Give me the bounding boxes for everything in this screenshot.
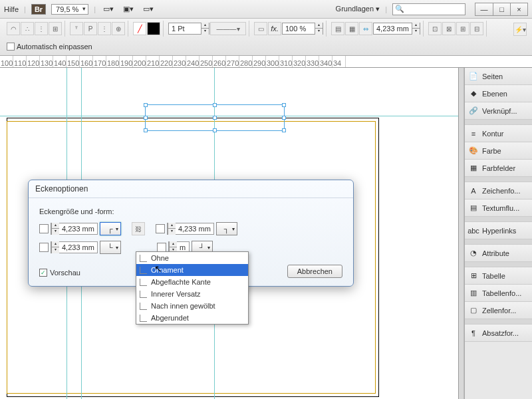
tool-icon[interactable]: ⋮	[35, 22, 48, 35]
panel-item[interactable]: AZeichenfo...	[465, 182, 532, 200]
corner-size-label: Eckengröße und -form:	[39, 207, 342, 215]
panel-item[interactable]: 🎨Farbe	[465, 142, 532, 160]
corner-tl-shape-dropdown[interactable]: ┌	[100, 222, 121, 235]
panel-label: Farbfelder	[482, 164, 515, 172]
align-icon[interactable]: ▤	[331, 22, 344, 35]
dropdown-item[interactable]: Innerer Versatz	[136, 288, 248, 300]
preview-checkbox[interactable]: ✓Vorschau	[39, 269, 80, 277]
dropdown-item[interactable]: Abgerundet	[136, 312, 248, 324]
panel-item[interactable]: 📄Seiten	[465, 68, 532, 85]
panel-item[interactable]: ⊞Tabelle	[465, 267, 532, 285]
frame-icon[interactable]: ⊟	[470, 22, 483, 35]
close-button[interactable]: ×	[510, 3, 527, 15]
corner-bl-input[interactable]: ▴▾4,233 mm	[51, 241, 98, 253]
ruler-tick: 250	[200, 56, 213, 67]
minimize-button[interactable]: —	[475, 3, 493, 15]
panel-item[interactable]: ◔Attribute	[465, 245, 532, 262]
ruler-tick: 310	[279, 56, 293, 67]
panel-grip[interactable]	[459, 68, 464, 399]
stroke-style-dropdown[interactable]: ———▾	[210, 22, 246, 35]
fx-icon[interactable]: ▭	[254, 22, 267, 35]
tool-icon[interactable]: ∴	[21, 22, 34, 35]
zoom-level[interactable]: 79,5 %	[51, 4, 88, 15]
ruler-tick: 220	[160, 56, 173, 67]
panel-label: Seiten	[482, 72, 503, 80]
align-icon[interactable]: ▦	[345, 22, 358, 35]
tool-icon[interactable]: ⋮	[98, 22, 111, 35]
panel-item[interactable]: ¶Absatzfor...	[465, 325, 532, 342]
panel-icon: 📄	[468, 71, 479, 82]
selected-frame[interactable]	[145, 104, 285, 131]
panel-label: Tabellenfo...	[482, 289, 521, 297]
panel-separator	[465, 319, 532, 325]
corner-tr-input[interactable]: ▴▾4,233 mm	[167, 223, 214, 235]
frame-icon[interactable]: ⊡	[428, 22, 442, 35]
dropdown-item[interactable]: Ohne	[136, 252, 248, 264]
panel-icon: abc	[468, 225, 479, 236]
tool-icon[interactable]: ⊕	[112, 22, 125, 35]
tool-icon[interactable]: ◠	[7, 22, 20, 35]
ruler-tick: 180	[106, 56, 120, 67]
autofit-checkbox[interactable]: Automatisch einpassen	[7, 43, 92, 51]
fx-button[interactable]: fx.	[268, 22, 281, 35]
panel-icon: ▦	[468, 163, 479, 174]
panel-item[interactable]: ≡Kontur	[465, 125, 532, 142]
corner-tr-shape-dropdown[interactable]: ┐	[216, 222, 237, 235]
ruler-tick: 210	[146, 56, 160, 67]
ruler-tick: 120	[27, 56, 40, 67]
ruler-tick: 240	[186, 56, 200, 67]
help-menu[interactable]: Hilfe	[4, 5, 19, 13]
stroke-weight-input[interactable]: 1 Pt▴▾	[168, 23, 209, 35]
panel-separator	[465, 217, 532, 222]
ruler-tick: 34	[332, 56, 346, 67]
corner-shape-dropdown-list: OhneOrnamentAbgeflachte KanteInnerer Ver…	[136, 251, 249, 325]
dropdown-item[interactable]: Ornament	[136, 264, 248, 276]
panel-item[interactable]: 🔗Verknüpf...	[465, 102, 532, 120]
panel-item[interactable]: ▢Zellenfor...	[465, 302, 532, 319]
ruler-tick: 160	[80, 56, 93, 67]
window-controls: — □ ×	[475, 3, 528, 16]
cancel-button[interactable]: Abbrechen	[287, 265, 342, 278]
search-input[interactable]: 🔍	[392, 3, 466, 15]
corner-bl-icon	[39, 243, 49, 252]
panel-label: Ebenen	[482, 90, 507, 98]
scale-input[interactable]: 100 %▴▾	[282, 23, 323, 35]
panel-item[interactable]: abcHyperlinks	[465, 222, 532, 239]
dropdown-item[interactable]: Abgeflachte Kante	[136, 276, 248, 288]
panel-item[interactable]: ◆Ebenen	[465, 85, 532, 102]
stroke-none-icon[interactable]: ╱	[133, 22, 146, 35]
corner-tl-icon	[39, 224, 49, 233]
workspace-switcher[interactable]: Grundlagen ▾	[336, 5, 380, 13]
panel-item[interactable]: ▤Textumflu...	[465, 200, 532, 217]
panel-label: Textumflu...	[482, 204, 519, 212]
view-options-icon[interactable]: ▭▾	[101, 2, 116, 17]
link-corners-icon[interactable]: ⛓	[132, 222, 145, 235]
horizontal-ruler: 1001101201301401501601701801902002102202…	[0, 56, 532, 68]
tool-icon[interactable]: ᵀ	[70, 22, 83, 35]
bridge-button[interactable]: Br	[31, 4, 46, 15]
fill-swatch[interactable]	[147, 22, 160, 35]
tool-icon[interactable]: P	[84, 22, 97, 35]
corner-tl-input[interactable]: ▴▾4,233 mm	[51, 223, 98, 235]
ruler-tick: 100	[0, 56, 13, 67]
tool-icon[interactable]: ⊞	[49, 22, 62, 35]
corner-bl-shape-dropdown[interactable]: └	[100, 241, 121, 254]
frame-icon[interactable]: ⊠	[442, 22, 456, 35]
fit-icon[interactable]: ⇔	[359, 22, 372, 35]
frame-icon[interactable]: ⊞	[456, 22, 469, 35]
dropdown-item[interactable]: Nach innen gewölbt	[136, 300, 248, 312]
ruler-tick: 130	[40, 56, 53, 67]
panel-icon: ▢	[468, 305, 479, 316]
flash-icon[interactable]: ⚡▾	[513, 23, 527, 36]
screen-mode-icon[interactable]: ▣▾	[121, 2, 136, 17]
maximize-button[interactable]: □	[493, 3, 510, 15]
panel-icon: ◆	[468, 88, 479, 99]
panel-item[interactable]: ▦Farbfelder	[465, 160, 532, 177]
panel-label: Kontur	[482, 130, 503, 138]
panel-item[interactable]: ▥Tabellenfo...	[465, 285, 532, 302]
menu-bar: Hilfe | Br 79,5 % | ▭▾ ▣▾ ▭▾ Grundlagen …	[0, 0, 532, 19]
panel-label: Attribute	[482, 249, 509, 257]
arrange-icon[interactable]: ▭▾	[141, 2, 156, 17]
size-input[interactable]: 4,233 mm▴▾	[373, 23, 420, 35]
dialog-title: Eckenoptionen	[29, 180, 353, 198]
